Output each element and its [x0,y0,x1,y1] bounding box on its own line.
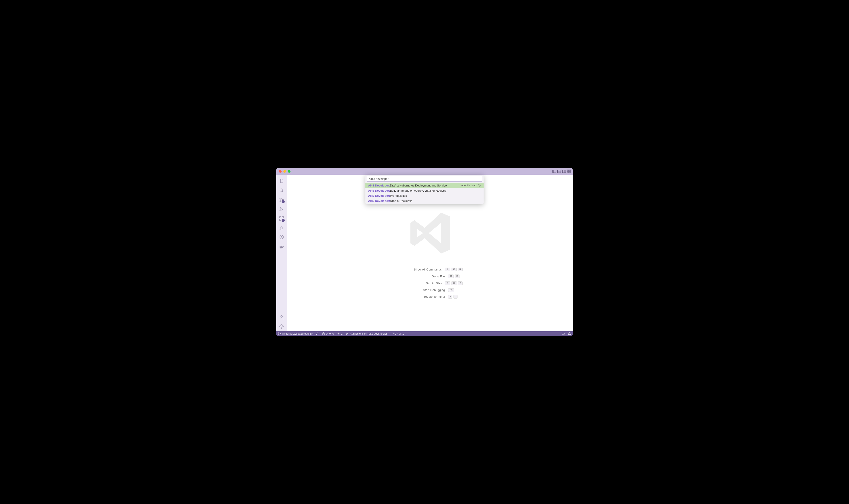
command-prefix: AKS Developer: [368,184,390,187]
keycap: P [455,274,460,278]
shortcut-row: Toggle Terminal^` [397,295,462,299]
shortcut-keys: ⇧⌘P [445,268,462,271]
svg-rect-6 [567,170,569,171]
shortcut-keys: ^` [448,295,463,299]
welcome-shortcuts: Show All Commands⇧⌘PGo to File⌘PFind in … [397,268,462,299]
docker-icon[interactable] [276,242,287,251]
recently-used-label: recently used [461,184,476,187]
command-palette-item[interactable]: AKS Developer: Build an Image on Azure C… [366,188,483,193]
layout-sidebar-right-icon[interactable] [562,169,566,173]
status-debug[interactable]: Run Extension (aks-devx-tools) [346,332,387,335]
command-text: Draft a Dockerfile [390,199,412,202]
shortcut-label: Toggle Terminal [401,295,445,298]
command-text: Prerequisites [390,194,407,197]
explorer-icon[interactable] [276,177,287,186]
svg-point-21 [281,316,282,317]
keycap: ` [454,295,458,299]
vscode-watermark-icon [404,208,456,259]
svg-line-11 [282,191,283,192]
keycap: ⌘ [448,274,454,278]
svg-point-25 [279,334,279,335]
command-text: Draft a Kubernetes Deployment and Servic… [390,184,446,187]
layout-customize-icon[interactable] [567,169,571,173]
shortcut-keys: ⌘P [448,274,463,278]
svg-point-12 [280,198,281,199]
svg-rect-17 [280,219,281,220]
status-sync[interactable] [316,332,319,335]
status-ports[interactable]: 1 [337,332,343,335]
status-errors: 0 [326,332,328,335]
command-palette: AKS Developer: Draft a Kubernetes Deploy… [366,175,483,204]
svg-point-24 [279,332,279,333]
kubernetes-icon[interactable] [276,233,287,242]
close-window-button[interactable] [279,170,282,173]
shortcut-row: Go to File⌘P [397,274,462,278]
scm-badge: 1 [282,200,285,203]
minimize-window-button[interactable] [283,170,286,173]
extensions-badge: 1 [282,219,285,222]
status-bar: kingoliver/webapprouting* 0 0 1 Run Exte… [276,331,573,336]
source-control-icon[interactable]: 1 [276,195,287,204]
shortcut-keys: ⇧⌘F [445,282,463,285]
vscode-window: 1 1 [276,168,573,336]
status-branch[interactable]: kingoliver/webapprouting* [278,332,313,335]
svg-rect-9 [569,172,571,173]
status-run-text: Run Extension (aks-devx-tools) [350,332,387,335]
layout-panel-icon[interactable] [557,169,561,173]
svg-point-31 [338,333,339,334]
activity-bar: 1 1 [276,175,287,331]
azure-icon[interactable] [276,223,287,233]
keycap: P [458,268,462,271]
search-icon[interactable] [276,186,287,195]
status-warnings: 0 [332,332,334,335]
svg-rect-4 [563,170,566,173]
svg-rect-19 [282,217,284,218]
keycap: ⇧ [445,282,450,285]
command-text: Build an Image on Azure Container Regist… [390,189,446,192]
command-palette-item[interactable]: AKS Developer: Draft a Kubernetes Deploy… [366,183,483,188]
svg-point-15 [280,211,280,211]
shortcut-label: Find in Files [397,282,442,285]
svg-rect-7 [569,170,571,171]
settings-gear-icon[interactable] [276,322,287,331]
command-palette-item[interactable]: AKS Developer: Draft a Dockerfile [366,198,483,203]
shortcut-row: Show All Commands⇧⌘P [397,268,462,271]
shortcut-label: Go to File [401,275,445,278]
svg-rect-2 [558,170,561,173]
keycap: F [458,282,463,285]
status-problems[interactable]: 0 0 [322,332,334,335]
accounts-icon[interactable] [276,312,287,322]
status-vim-mode: -- NORMAL -- [390,332,406,335]
command-prefix: AKS Developer: [368,199,390,202]
command-palette-item[interactable]: AKS Developer: Prerequisites [366,193,483,198]
svg-point-10 [280,189,282,192]
status-ports-count: 1 [341,332,343,335]
command-palette-list: AKS Developer: Draft a Kubernetes Deploy… [366,183,483,204]
command-prefix: AKS Developer: [368,189,390,192]
gear-icon[interactable] [478,184,481,187]
layout-sidebar-left-icon[interactable] [552,169,556,173]
shortcut-row: Start DebuggingF5 [397,288,462,292]
keycap: ⌘ [451,282,457,285]
shortcut-row: Find in Files⇧⌘F [397,282,462,285]
status-feedback-icon[interactable] [562,332,565,335]
keycap: ^ [448,295,453,299]
maximize-window-button[interactable] [288,170,290,173]
status-bell-icon[interactable] [568,332,571,335]
svg-point-23 [479,185,480,186]
run-debug-icon[interactable] [276,204,287,214]
status-branch-text: kingoliver/webapprouting* [282,332,313,335]
extensions-icon[interactable]: 1 [276,214,287,223]
keycap: F5 [448,288,454,292]
svg-rect-16 [280,217,281,218]
svg-point-22 [281,326,282,327]
svg-rect-8 [567,172,569,173]
command-prefix: AKS Developer: [368,194,390,197]
svg-rect-0 [553,170,556,173]
shortcut-keys: F5 [448,288,463,292]
command-palette-input[interactable] [367,176,482,182]
shortcut-label: Start Debugging [401,288,445,292]
svg-point-13 [280,200,281,202]
svg-point-20 [281,236,282,238]
titlebar [276,168,573,175]
